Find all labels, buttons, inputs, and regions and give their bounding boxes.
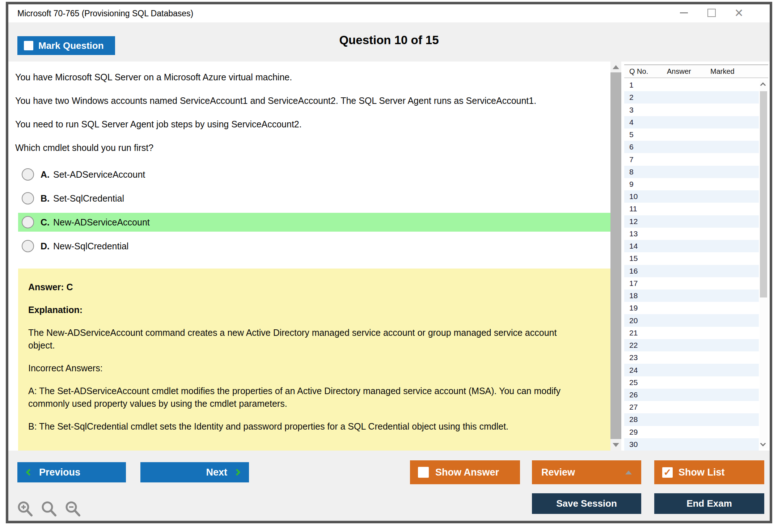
radio-button[interactable]: [22, 168, 34, 181]
question-list-row[interactable]: 1: [624, 79, 759, 91]
question-list-row[interactable]: 12: [624, 215, 759, 228]
window-title: Microsoft 70-765 (Provisioning SQL Datab…: [17, 9, 193, 18]
scroll-down-icon[interactable]: [613, 443, 619, 447]
title-bar: Microsoft 70-765 (Provisioning SQL Datab…: [8, 4, 770, 22]
question-list-row[interactable]: 21: [624, 327, 759, 339]
question-list-row[interactable]: 3: [624, 104, 759, 116]
close-icon[interactable]: ×: [733, 7, 744, 19]
app-window: Microsoft 70-765 (Provisioning SQL Datab…: [6, 2, 772, 523]
question-number: 11: [624, 204, 637, 213]
answer-option-a[interactable]: A.Set-ADServiceAccount: [18, 165, 610, 184]
zoom-out-icon[interactable]: [64, 501, 83, 519]
question-number: 30: [624, 440, 638, 449]
question-list-row[interactable]: 8: [624, 166, 759, 178]
question-list-row[interactable]: 18: [624, 290, 759, 302]
show-answer-button[interactable]: Show Answer: [410, 460, 520, 484]
radio-button[interactable]: [22, 192, 34, 204]
question-list-row[interactable]: 22: [624, 339, 759, 351]
question-number: 24: [624, 366, 638, 375]
question-list-row[interactable]: 10: [624, 190, 759, 203]
zoom-reset-icon[interactable]: [40, 501, 59, 519]
answer-option-d[interactable]: D.New-SqlCredential: [18, 237, 610, 256]
content-scrollbar[interactable]: [610, 62, 621, 451]
question-list-row[interactable]: 27: [624, 401, 759, 413]
option-text: New-ADServiceAccount: [53, 217, 150, 228]
list-scroll-up-icon[interactable]: [760, 83, 766, 88]
question-number: 10: [624, 192, 638, 201]
question-list-row[interactable]: 14: [624, 240, 759, 252]
question-list-row[interactable]: 9: [624, 178, 759, 190]
radio-button[interactable]: [22, 216, 34, 228]
explanation-paragraph: B: The Set-SqlCredential cmdlet sets the…: [28, 420, 585, 433]
list-scroll-down-icon[interactable]: [760, 441, 766, 447]
question-list-row[interactable]: 25: [624, 376, 759, 389]
question-number: 4: [624, 118, 634, 127]
explanation-paragraph: A: The Set-ADServiceAccount cmdlet modif…: [28, 385, 585, 410]
question-list-row[interactable]: 13: [624, 228, 759, 240]
question-number: 20: [624, 316, 638, 325]
column-qno: Q No.: [629, 67, 648, 76]
end-exam-button[interactable]: End Exam: [654, 493, 764, 514]
question-list-row[interactable]: 15: [624, 252, 759, 265]
question-list-row[interactable]: 29: [624, 426, 759, 438]
question-number: 23: [624, 353, 638, 362]
question-list-row[interactable]: 26: [624, 389, 759, 401]
question-number: 19: [624, 304, 638, 312]
question-list-row[interactable]: 2: [624, 91, 759, 104]
show-answer-checkbox[interactable]: [418, 467, 429, 478]
save-session-label: Save Session: [556, 498, 617, 509]
question-number: 12: [624, 217, 638, 226]
review-label: Review: [541, 467, 575, 478]
review-button[interactable]: Review: [532, 460, 641, 484]
answer-options: A.Set-ADServiceAccountB.Set-SqlCredentia…: [15, 165, 610, 256]
bottom-toolbar: Previous Next Show Answer Review ✓ Show …: [8, 451, 770, 521]
list-scrollbar[interactable]: [760, 80, 768, 448]
collapse-up-icon: [625, 470, 632, 474]
zoom-in-icon[interactable]: [16, 501, 35, 519]
question-list-row[interactable]: 4: [624, 116, 759, 128]
answer-label: Answer: C: [28, 281, 600, 294]
option-letter: D.: [41, 241, 50, 252]
question-number: 28: [624, 415, 638, 424]
question-list-panel: Q No. Answer Marked 12345678910111213141…: [624, 64, 768, 451]
scroll-up-icon[interactable]: [613, 65, 619, 69]
question-list-row[interactable]: 17: [624, 277, 759, 290]
question-list-row[interactable]: 16: [624, 265, 759, 277]
answer-option-b[interactable]: B.Set-SqlCredential: [18, 189, 610, 208]
question-number: 7: [624, 155, 634, 164]
scrollbar-thumb[interactable]: [610, 72, 621, 439]
question-paragraph: You have two Windows accounts named Serv…: [15, 94, 558, 107]
maximize-icon[interactable]: [706, 7, 717, 19]
next-button[interactable]: Next: [140, 462, 249, 482]
radio-button[interactable]: [22, 240, 34, 252]
question-number: 18: [624, 291, 638, 300]
question-list-row[interactable]: 20: [624, 314, 759, 326]
question-list-row[interactable]: 30: [624, 438, 759, 451]
question-list-rows: 1234567891011121314151617181920212223242…: [624, 79, 768, 451]
show-list-checkbox[interactable]: ✓: [662, 467, 673, 478]
explanation-paragraph: Incorrect Answers:: [28, 362, 585, 375]
previous-button[interactable]: Previous: [17, 462, 126, 482]
question-list-row[interactable]: 23: [624, 351, 759, 364]
column-answer: Answer: [667, 67, 691, 76]
question-number: 1: [624, 81, 634, 89]
explanation-box: Answer: C Explanation: The New-ADService…: [18, 269, 610, 451]
question-list-row[interactable]: 7: [624, 153, 759, 165]
question-list-row[interactable]: 19: [624, 302, 759, 314]
question-list-row[interactable]: 28: [624, 413, 759, 426]
answer-option-c[interactable]: C.New-ADServiceAccount: [18, 213, 610, 232]
question-number: 17: [624, 279, 638, 288]
question-list-row[interactable]: 11: [624, 203, 759, 215]
question-counter: Question 10 of 15: [8, 33, 770, 47]
minimize-icon[interactable]: [678, 7, 689, 19]
option-text: Set-SqlCredential: [53, 193, 124, 204]
list-scrollbar-thumb[interactable]: [760, 91, 767, 297]
question-number: 26: [624, 390, 638, 399]
show-list-button[interactable]: ✓ Show List: [654, 460, 764, 484]
question-list-row[interactable]: 6: [624, 141, 759, 153]
zoom-tools: [16, 501, 83, 519]
question-number: 6: [624, 143, 634, 151]
save-session-button[interactable]: Save Session: [532, 493, 641, 514]
question-list-row[interactable]: 24: [624, 364, 759, 376]
question-list-row[interactable]: 5: [624, 128, 759, 141]
